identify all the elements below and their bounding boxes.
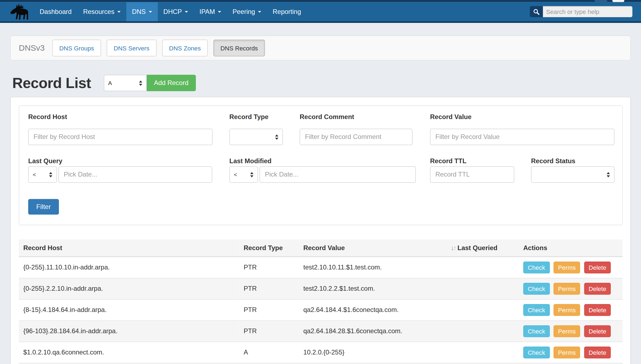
search-input[interactable]	[543, 6, 633, 17]
tab-dns-records[interactable]: DNS Records	[213, 40, 265, 57]
table-row: {0-255}.11.10.10.in-addr.arpa. PTR test2…	[19, 257, 623, 278]
nav-item-peering[interactable]: Peering	[227, 2, 267, 22]
last-modified-operator-value: <	[234, 171, 250, 178]
caret-down-icon	[218, 11, 221, 13]
tab-dns-groups[interactable]: DNS Groups	[52, 40, 101, 57]
record-status-filter-select[interactable]	[531, 166, 615, 183]
nav-item-resources[interactable]: Resources	[77, 2, 126, 22]
nav-item-reporting[interactable]: Reporting	[267, 2, 307, 22]
top-strip	[0, 0, 641, 2]
cell-record-type: PTR	[239, 278, 299, 299]
page: Dashboard Resources DNS DHCP IPAM Peerin…	[0, 0, 641, 364]
perms-button[interactable]: Perms	[554, 283, 580, 295]
cell-last-queried	[446, 299, 519, 320]
delete-button[interactable]: Delete	[584, 304, 611, 316]
select-arrows-icon	[607, 172, 610, 177]
nav-item-ipam[interactable]: IPAM	[194, 2, 227, 22]
record-value-filter-input[interactable]	[430, 129, 615, 145]
caret-down-icon	[185, 11, 188, 13]
navbar: Dashboard Resources DNS DHCP IPAM Peerin…	[0, 2, 641, 23]
top-strip-tab	[612, 0, 624, 2]
nav-item-label: Dashboard	[40, 8, 72, 15]
col-header-actions: Actions	[519, 239, 623, 257]
table-row: {96-103}.28.184.64.in-addr.arpa. PTR qa2…	[19, 320, 623, 342]
record-ttl-filter-input[interactable]	[430, 166, 514, 183]
last-modified-operator-select[interactable]: <	[229, 166, 258, 183]
cell-record-value: qa2.64.184.28.$1.6conectqa.com.	[299, 320, 447, 342]
cell-record-type: A	[239, 342, 299, 363]
cell-record-type: PTR	[239, 320, 299, 342]
nav-item-label: IPAM	[199, 8, 215, 15]
records-table: Record Host Record Type Record Value ↓↑L…	[19, 239, 623, 364]
last-query-operator-select[interactable]: <	[28, 166, 57, 183]
delete-button[interactable]: Delete	[584, 283, 611, 295]
record-type-add-select[interactable]: A	[104, 75, 147, 91]
cell-record-value: 10.2.0.{0-255}	[299, 342, 447, 363]
perms-button[interactable]: Perms	[554, 304, 580, 316]
record-list-header: Record List A Add Record	[12, 74, 196, 92]
delete-button[interactable]: Delete	[584, 325, 611, 337]
dnsv3-panel: DNSv3 DNS Groups DNS Servers DNS Zones D…	[10, 36, 631, 61]
table-row: {0-255}.2.2.10.in-addr.arpa. PTR test2.1…	[19, 278, 623, 299]
last-modified-date-input[interactable]	[260, 166, 416, 183]
select-arrows-icon	[139, 80, 142, 86]
nav-item-label: DNS	[132, 8, 146, 15]
tab-dns-zones[interactable]: DNS Zones	[162, 40, 208, 57]
moose-logo-icon[interactable]	[9, 2, 30, 22]
cell-last-queried	[446, 257, 519, 278]
nav-item-label: Reporting	[273, 8, 301, 15]
record-type-label: Record Type	[229, 113, 269, 121]
record-type-add-select-value: A	[108, 80, 139, 86]
check-button[interactable]: Check	[523, 283, 550, 295]
check-button[interactable]: Check	[523, 262, 550, 274]
nav-item-dashboard[interactable]: Dashboard	[34, 2, 77, 22]
table-row-partial	[19, 363, 623, 364]
dnsv3-tabs: DNS Groups DNS Servers DNS Zones DNS Rec…	[52, 40, 265, 57]
cell-actions: Check Perms Delete	[519, 257, 623, 278]
nav-item-label: DHCP	[163, 8, 182, 15]
perms-button[interactable]: Perms	[554, 262, 580, 274]
col-header-last-queried: ↓↑Last Queried	[446, 239, 519, 257]
cell-record-type: PTR	[239, 299, 299, 320]
last-query-date-input[interactable]	[59, 166, 212, 183]
check-button[interactable]: Check	[523, 346, 550, 358]
delete-button[interactable]: Delete	[584, 346, 611, 358]
global-search	[530, 6, 633, 17]
cell-record-host: $1.0.2.10.qa.6connect.com.	[19, 342, 239, 363]
add-record-button[interactable]: Add Record	[147, 75, 196, 91]
table-row: {8-15}.4.184.64.in-addr.arpa. PTR qa2.64…	[19, 299, 623, 320]
nav-item-dhcp[interactable]: DHCP	[158, 2, 194, 22]
record-comment-filter-input[interactable]	[300, 129, 413, 145]
cell-record-host: {8-15}.4.184.64.in-addr.arpa.	[19, 299, 239, 320]
perms-button[interactable]: Perms	[554, 325, 580, 337]
page-title: Record List	[12, 74, 91, 92]
check-button[interactable]: Check	[523, 304, 550, 316]
search-icon[interactable]	[530, 6, 543, 17]
caret-down-icon	[149, 11, 152, 13]
perms-button[interactable]: Perms	[554, 346, 580, 358]
record-host-filter-input[interactable]	[28, 129, 213, 145]
records-tbody: {0-255}.11.10.10.in-addr.arpa. PTR test2…	[19, 257, 623, 363]
delete-button[interactable]: Delete	[584, 262, 611, 274]
nav-item-label: Peering	[232, 8, 255, 15]
filter-submit-button[interactable]: Filter	[28, 199, 59, 215]
last-modified-label: Last Modified	[229, 157, 272, 165]
nav-item-dns[interactable]: DNS	[126, 2, 158, 22]
cell-actions: Check Perms Delete	[519, 342, 623, 363]
check-button[interactable]: Check	[523, 325, 550, 337]
cell-record-host: {96-103}.28.184.64.in-addr.arpa.	[19, 320, 239, 342]
cell-record-host: {0-255}.11.10.10.in-addr.arpa.	[19, 257, 239, 278]
record-type-filter-select[interactable]	[229, 129, 283, 145]
record-status-label: Record Status	[531, 157, 576, 165]
record-ttl-label: Record TTL	[430, 157, 466, 165]
top-strip-accent	[595, 0, 607, 2]
cell-record-value: test2.10.2.2.$1.test.com.	[299, 278, 447, 299]
dnsv3-title: DNSv3	[19, 43, 44, 53]
cell-record-host: {0-255}.2.2.10.in-addr.arpa.	[19, 278, 239, 299]
sort-icon[interactable]: ↓↑	[451, 244, 456, 251]
cell-actions: Check Perms Delete	[519, 320, 623, 342]
filter-panel: Record Host Record Type Record Comment R…	[19, 105, 623, 225]
caret-down-icon	[117, 11, 120, 13]
tab-dns-servers[interactable]: DNS Servers	[107, 40, 156, 57]
select-arrows-icon	[49, 172, 52, 177]
